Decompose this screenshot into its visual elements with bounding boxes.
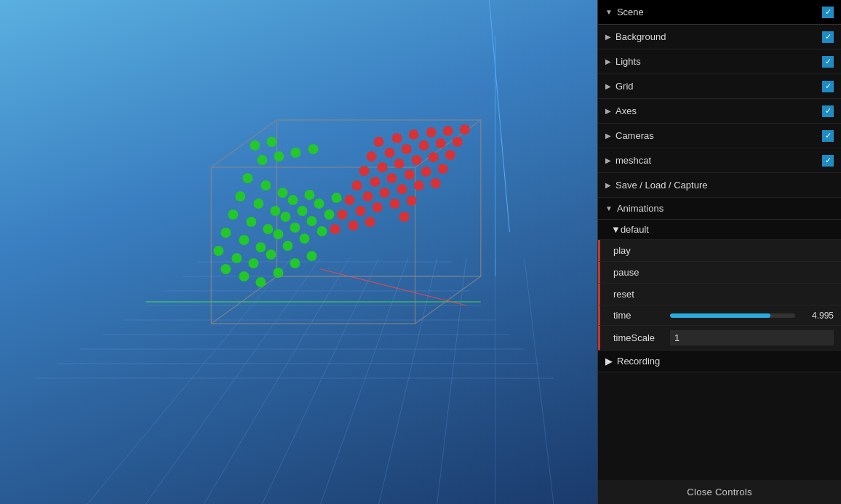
svg-line-26: [211, 276, 276, 324]
svg-point-62: [330, 224, 340, 234]
svg-point-91: [266, 249, 276, 260]
meshcat-section[interactable]: ▶ meshcat ✓: [598, 148, 841, 173]
svg-marker-22: [211, 167, 415, 324]
svg-point-30: [426, 127, 437, 137]
scene-checkbox[interactable]: ✓: [822, 7, 834, 18]
lights-section[interactable]: ▶ Lights ✓: [598, 49, 841, 74]
svg-point-41: [394, 159, 404, 169]
svg-point-42: [412, 155, 422, 165]
svg-point-87: [324, 209, 335, 220]
axis-blue-line: [489, 0, 510, 232]
svg-point-50: [438, 164, 448, 174]
svg-line-24: [415, 120, 481, 167]
axes-label: Axes: [615, 105, 822, 116]
svg-line-11: [204, 258, 349, 504]
save-load-capture-arrow: ▶: [605, 181, 611, 189]
save-load-capture-label: Save / Load / Capture: [615, 180, 834, 191]
svg-point-39: [359, 166, 370, 176]
svg-point-31: [443, 126, 453, 136]
lights-checkbox[interactable]: ✓: [822, 56, 834, 68]
default-label: default: [621, 224, 649, 235]
svg-point-70: [253, 199, 263, 209]
svg-point-68: [277, 188, 287, 198]
pause-button[interactable]: pause: [598, 262, 841, 284]
right-panel: ▼ Scene ✓ ▶ Background ✓ ▶ Lights ✓ ▶ Gr…: [597, 0, 841, 504]
svg-line-23: [211, 120, 276, 167]
svg-point-46: [370, 177, 380, 187]
time-slider[interactable]: [670, 313, 795, 318]
recording-section[interactable]: ▶ Recording: [598, 351, 841, 372]
svg-point-82: [239, 235, 249, 245]
animations-arrow: ▼: [605, 204, 613, 212]
grid-floor: [0, 0, 597, 504]
svg-point-63: [348, 220, 359, 231]
svg-point-29: [409, 129, 419, 140]
svg-point-100: [307, 251, 317, 261]
grid-section[interactable]: ▶ Grid ✓: [598, 74, 841, 99]
default-section[interactable]: ▼ default: [598, 220, 841, 240]
svg-point-36: [419, 140, 429, 151]
svg-point-44: [445, 150, 455, 160]
svg-point-102: [274, 151, 284, 161]
save-load-capture-section[interactable]: ▶ Save / Load / Capture: [598, 173, 841, 198]
svg-point-60: [390, 199, 400, 209]
svg-point-64: [365, 217, 375, 227]
background-label: Background: [615, 31, 822, 42]
svg-point-89: [231, 253, 242, 263]
axes-section[interactable]: ▶ Axes ✓: [598, 99, 841, 124]
svg-point-35: [402, 144, 412, 154]
svg-point-95: [220, 264, 231, 274]
axes-checkbox[interactable]: ✓: [822, 105, 834, 117]
play-button[interactable]: play: [598, 240, 841, 262]
scene-arrow: ▼: [605, 8, 613, 16]
svg-marker-21: [276, 120, 480, 276]
svg-line-14: [379, 258, 437, 504]
background-arrow: ▶: [605, 33, 611, 41]
svg-point-34: [385, 148, 395, 158]
svg-point-75: [246, 217, 256, 227]
svg-point-66: [242, 173, 252, 183]
viewport[interactable]: [0, 0, 597, 504]
svg-point-77: [280, 212, 290, 222]
svg-point-49: [421, 167, 431, 177]
svg-point-69: [235, 191, 245, 201]
grid-checkbox[interactable]: ✓: [822, 81, 834, 92]
cameras-section[interactable]: ▶ Cameras ✓: [598, 124, 841, 148]
scene-label: Scene: [617, 7, 822, 17]
lights-label: Lights: [615, 56, 822, 67]
cameras-checkbox[interactable]: ✓: [822, 130, 834, 142]
svg-point-28: [392, 133, 402, 143]
svg-point-71: [270, 206, 280, 216]
lights-arrow: ▶: [605, 57, 611, 65]
scene-section[interactable]: ▼ Scene ✓: [598, 0, 841, 25]
grid-arrow: ▶: [605, 82, 611, 90]
svg-point-54: [397, 184, 407, 194]
axes-arrow: ▶: [605, 107, 611, 115]
svg-point-65: [399, 212, 410, 222]
svg-line-25: [415, 276, 481, 324]
svg-point-76: [263, 224, 273, 234]
svg-point-72: [287, 195, 298, 205]
svg-point-92: [282, 241, 292, 251]
recording-label: Recording: [617, 356, 660, 367]
recording-arrow: ▶: [605, 356, 613, 367]
background-section[interactable]: ▶ Background ✓: [598, 25, 841, 49]
background-checkbox[interactable]: ✓: [822, 31, 834, 43]
time-value: 4.995: [801, 311, 834, 321]
timescale-input[interactable]: [670, 330, 834, 345]
svg-line-9: [87, 258, 291, 504]
grid-label: Grid: [615, 81, 822, 92]
timescale-row: timeScale: [598, 326, 841, 351]
play-label: play: [613, 245, 631, 256]
svg-point-83: [255, 242, 266, 252]
meshcat-checkbox[interactable]: ✓: [822, 155, 834, 167]
svg-line-10: [146, 258, 320, 504]
animations-section[interactable]: ▼ Animations: [598, 198, 841, 220]
svg-point-99: [290, 258, 300, 268]
animations-label: Animations: [617, 203, 663, 214]
svg-point-85: [290, 223, 300, 233]
close-controls-button[interactable]: Close Controls: [598, 480, 841, 504]
reset-button[interactable]: reset: [598, 284, 841, 305]
svg-point-37: [436, 138, 446, 148]
svg-point-67: [260, 180, 271, 191]
